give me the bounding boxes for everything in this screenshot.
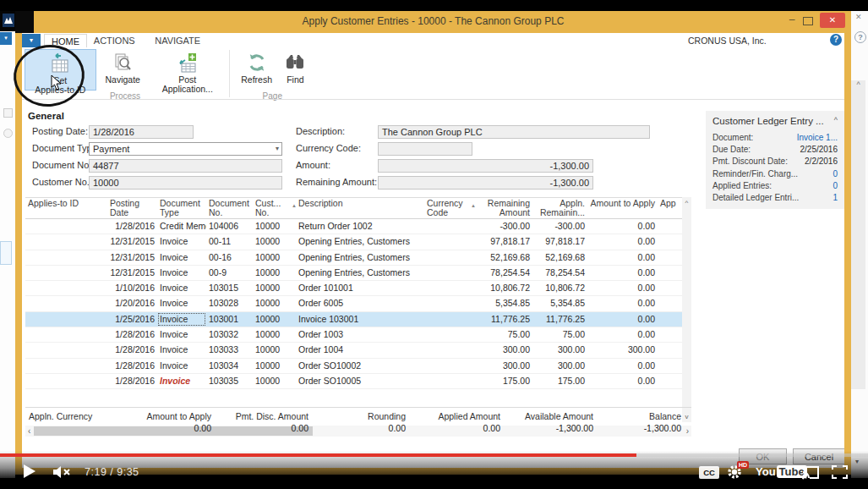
table-cell[interactable]: 103015 <box>206 281 253 295</box>
table-cell[interactable] <box>424 327 475 342</box>
table-cell[interactable] <box>424 219 475 234</box>
maximize-button[interactable] <box>803 17 813 25</box>
table-cell[interactable]: Order 1003 <box>296 327 424 342</box>
description-field[interactable]: The Cannon Group PLC <box>378 125 650 139</box>
table-cell[interactable]: 300.00 <box>532 359 587 373</box>
table-cell[interactable] <box>424 266 475 280</box>
player-progress-bar[interactable] <box>0 453 868 457</box>
tab-actions[interactable]: ACTIONS <box>87 34 142 47</box>
table-cell[interactable]: 0.00 <box>587 219 658 234</box>
scroll-down-icon[interactable]: v <box>682 413 691 420</box>
fullscreen-icon[interactable] <box>832 465 848 482</box>
currency-code-field[interactable] <box>378 142 472 156</box>
table-cell[interactable]: Order SO10005 <box>296 374 424 388</box>
table-cell[interactable]: 103034 <box>206 359 253 373</box>
table-cell[interactable]: 5,354.85 <box>475 296 532 310</box>
table-cell[interactable]: Opening Entries, Customers <box>296 250 424 265</box>
document-type-field[interactable]: Payment▾ <box>89 142 282 156</box>
table-cell[interactable] <box>25 359 107 373</box>
table-cell[interactable]: 0.00 <box>587 250 658 265</box>
table-cell[interactable]: 10000 <box>253 327 296 342</box>
table-row[interactable]: 1/20/2016Invoice10302810000Order 60055,3… <box>25 296 691 311</box>
table-cell[interactable]: 0.00 <box>587 234 658 249</box>
play-button[interactable] <box>24 464 35 478</box>
table-cell[interactable]: Invoice <box>157 296 206 310</box>
amount-field[interactable]: -1,300.00 <box>378 159 593 173</box>
table-cell[interactable]: 12/31/2015 <box>107 234 157 249</box>
table-cell[interactable] <box>25 234 107 249</box>
youtube-logo[interactable]: YouTube <box>756 465 807 478</box>
table-cell[interactable] <box>25 219 107 234</box>
background-panel-collapse-icon[interactable]: ^ <box>856 80 860 89</box>
table-cell[interactable]: 300.00 <box>475 359 532 373</box>
table-cell[interactable] <box>658 234 682 249</box>
table-row[interactable]: 1/28/2016Invoice10303410000Order SO10002… <box>25 359 691 374</box>
close-button[interactable]: ✕ <box>820 13 845 28</box>
table-cell[interactable]: 103001 <box>206 312 253 327</box>
app-menu-dropdown-button[interactable]: ▼ <box>22 34 41 47</box>
table-cell[interactable]: 11,776.25 <box>475 312 532 327</box>
table-cell[interactable] <box>25 250 107 265</box>
table-cell[interactable]: 10,806.72 <box>532 281 587 295</box>
table-cell[interactable]: 1/10/2016 <box>107 281 157 295</box>
table-cell[interactable]: 0.00 <box>587 374 658 388</box>
table-cell[interactable]: 1/20/2016 <box>107 296 157 310</box>
table-cell[interactable] <box>424 234 475 249</box>
table-cell[interactable]: Credit Memo <box>157 219 206 234</box>
table-cell[interactable] <box>25 296 107 310</box>
column-header-currency-code[interactable]: CurrencyCode▲ <box>424 198 475 218</box>
table-cell[interactable]: Invoice <box>157 327 206 342</box>
table-cell[interactable] <box>25 343 107 357</box>
table-cell[interactable]: 10000 <box>253 281 296 295</box>
table-cell[interactable]: 10000 <box>253 250 296 265</box>
scroll-up-icon[interactable]: ^ <box>682 199 691 206</box>
table-cell[interactable]: 00-11 <box>206 234 253 249</box>
factbox-row-link[interactable]: 0 <box>833 180 838 192</box>
column-header-document-no[interactable]: DocumentNo. <box>206 198 253 218</box>
table-cell[interactable]: 00-9 <box>206 266 253 280</box>
document-no-field[interactable]: 44877 <box>89 159 282 173</box>
table-cell[interactable]: -300.00 <box>532 219 587 234</box>
table-cell[interactable]: 0.00 <box>587 281 658 295</box>
table-cell[interactable]: Invoice <box>157 234 206 249</box>
table-row[interactable]: 1/10/2016Invoice10301510000Order 1010011… <box>25 281 691 296</box>
table-cell[interactable]: 1/25/2016 <box>107 312 157 327</box>
table-cell[interactable] <box>658 343 682 357</box>
table-cell[interactable]: 52,169.68 <box>475 250 532 265</box>
column-header-amount-to-apply[interactable]: Amount to Apply <box>587 198 658 218</box>
table-cell[interactable] <box>25 312 107 327</box>
table-row[interactable]: 12/31/2015Invoice00-1110000Opening Entri… <box>25 234 691 250</box>
combo-dropdown-icon[interactable]: ▾ <box>276 143 279 155</box>
table-row[interactable]: 1/25/2016Invoice10300110000Invoice 10300… <box>25 312 691 327</box>
table-cell[interactable]: 0.00 <box>587 266 658 280</box>
table-cell[interactable]: Invoice 103001 <box>296 312 424 327</box>
table-cell[interactable]: 11,776.25 <box>532 312 587 327</box>
table-cell[interactable] <box>658 359 682 373</box>
table-cell[interactable]: 0.00 <box>587 359 658 373</box>
table-cell[interactable]: Invoice <box>157 343 206 357</box>
refresh-button[interactable]: Refresh <box>235 49 278 91</box>
table-cell[interactable]: 75.00 <box>532 327 587 342</box>
table-cell[interactable] <box>25 266 107 280</box>
table-cell[interactable]: 10000 <box>253 312 296 327</box>
window-titlebar[interactable]: Apply Customer Entries - 10000 - The Can… <box>15 11 851 33</box>
table-cell[interactable] <box>424 250 475 265</box>
table-cell[interactable]: Order 101001 <box>296 281 424 295</box>
table-cell[interactable]: -300.00 <box>475 219 532 234</box>
table-row[interactable]: 12/31/2015Invoice00-1610000Opening Entri… <box>25 250 691 266</box>
table-cell[interactable] <box>658 219 682 234</box>
table-cell[interactable]: Invoice <box>157 359 206 373</box>
table-cell[interactable]: 1/28/2016 <box>107 374 157 388</box>
column-header-app[interactable]: App <box>658 198 682 218</box>
table-row[interactable]: 1/28/2016Credit Memo10400610000Return Or… <box>25 219 691 234</box>
closed-captions-button[interactable]: CC <box>699 466 719 479</box>
table-cell[interactable] <box>658 296 682 310</box>
table-cell[interactable]: 10000 <box>253 234 296 249</box>
table-cell[interactable]: 1/28/2016 <box>107 327 157 342</box>
table-cell[interactable] <box>424 296 475 310</box>
table-cell[interactable]: 103033 <box>206 343 253 357</box>
customer-no-field[interactable]: 10000 <box>89 176 282 190</box>
factbox-collapse-icon[interactable]: ^ <box>834 116 838 124</box>
table-cell[interactable]: 10000 <box>253 219 296 234</box>
remaining-amount-field[interactable]: -1,300.00 <box>378 176 593 190</box>
